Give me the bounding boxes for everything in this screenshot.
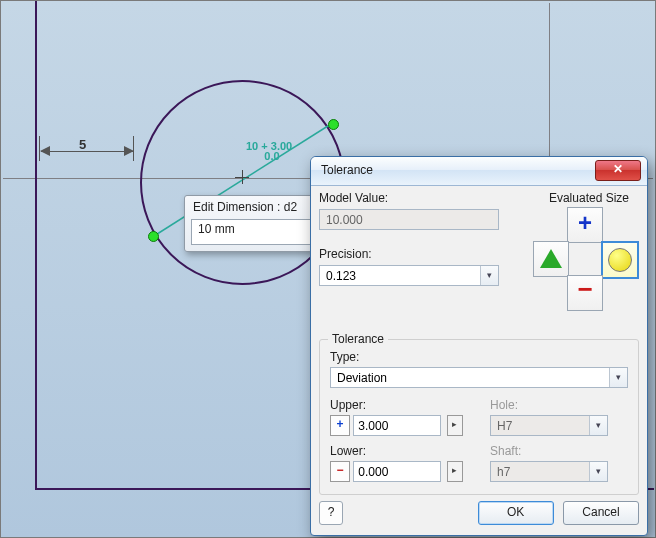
circle-icon: [608, 248, 632, 272]
tolerance-group-title: Tolerance: [328, 332, 388, 346]
cancel-button[interactable]: Cancel: [563, 501, 639, 525]
close-icon: ✕: [613, 162, 623, 176]
dimension-endpoint[interactable]: [328, 119, 339, 130]
close-button[interactable]: ✕: [595, 160, 641, 181]
upper-label: Upper:: [330, 398, 463, 412]
plus-icon: +: [330, 415, 350, 436]
hole-label: Hole:: [490, 398, 608, 412]
tolerance-dialog: Tolerance ✕ Model Value: Evaluated Size …: [310, 156, 648, 536]
precision-label: Precision:: [319, 247, 499, 261]
dimension-5[interactable]: 5: [41, 141, 141, 161]
model-value-label: Model Value:: [319, 191, 499, 205]
evaluated-nominal-button[interactable]: [533, 241, 569, 277]
dialog-titlebar[interactable]: Tolerance ✕: [311, 157, 647, 186]
help-button[interactable]: ?: [319, 501, 343, 525]
lower-input[interactable]: [353, 461, 441, 482]
dimension-active-text: 10 + 3.00 0.0: [246, 141, 292, 161]
chevron-down-icon: ▾: [609, 368, 627, 387]
minus-icon: −: [330, 461, 350, 482]
chevron-down-icon: ▾: [589, 416, 607, 435]
shaft-label: Shaft:: [490, 444, 608, 458]
chevron-down-icon: ▾: [480, 266, 498, 285]
upper-input[interactable]: [353, 415, 441, 436]
evaluated-minus-button[interactable]: −: [567, 275, 603, 311]
upper-spinner[interactable]: ▸: [447, 415, 463, 436]
evaluated-size-cluster: + −: [531, 191, 637, 297]
precision-dropdown[interactable]: [319, 265, 499, 286]
evaluated-plus-button[interactable]: +: [567, 207, 603, 243]
sketch-edge-left: [35, 1, 37, 490]
type-dropdown[interactable]: [330, 367, 628, 388]
sketch-canvas[interactable]: 5 10 + 3.00 0.0 Edit Dimension : d2 10 m…: [0, 0, 656, 538]
dimension-5-value: 5: [79, 137, 86, 152]
type-label: Type:: [330, 350, 628, 364]
minus-icon: −: [568, 276, 602, 302]
dialog-title: Tolerance: [321, 163, 373, 177]
dialog-footer: ? OK Cancel: [319, 497, 639, 527]
chevron-down-icon: ▾: [589, 462, 607, 481]
lower-spinner[interactable]: ▸: [447, 461, 463, 482]
circle-center-marker: [238, 173, 248, 183]
help-icon: ?: [328, 505, 335, 519]
plus-icon: +: [568, 208, 602, 238]
lower-label: Lower:: [330, 444, 463, 458]
model-value-field: [319, 209, 499, 230]
dimension-endpoint[interactable]: [148, 231, 159, 242]
tolerance-group: Tolerance Type: ▾ Upper: + ▸: [319, 339, 639, 495]
ok-button[interactable]: OK: [478, 501, 554, 525]
evaluated-median-button[interactable]: [601, 241, 639, 279]
triangle-icon: [540, 249, 562, 268]
